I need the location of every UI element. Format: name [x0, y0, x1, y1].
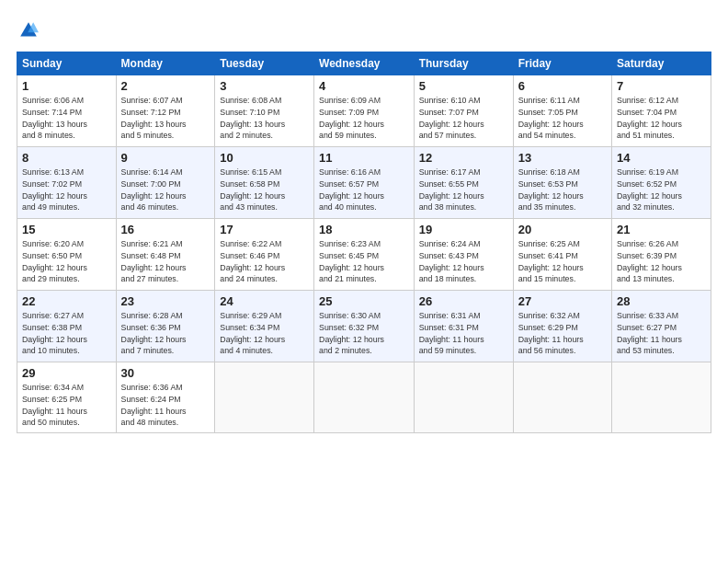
day-number: 7: [617, 79, 706, 93]
calendar-cell: [314, 362, 415, 433]
day-info: Sunrise: 6:34 AM Sunset: 6:25 PM Dayligh…: [22, 382, 111, 429]
day-number: 15: [22, 223, 111, 236]
calendar-cell: 3Sunrise: 6:08 AM Sunset: 7:10 PM Daylig…: [215, 75, 314, 147]
weekday-header-sunday: Sunday: [17, 52, 117, 75]
day-number: 13: [518, 151, 607, 165]
calendar-cell: 29Sunrise: 6:34 AM Sunset: 6:25 PM Dayli…: [17, 362, 117, 433]
calendar-cell: 14Sunrise: 6:19 AM Sunset: 6:52 PM Dayli…: [612, 147, 711, 219]
day-info: Sunrise: 6:17 AM Sunset: 6:55 PM Dayligh…: [419, 167, 508, 213]
day-info: Sunrise: 6:24 AM Sunset: 6:43 PM Dayligh…: [419, 238, 508, 285]
day-info: Sunrise: 6:23 AM Sunset: 6:45 PM Dayligh…: [319, 238, 409, 285]
calendar-cell: 30Sunrise: 6:36 AM Sunset: 6:24 PM Dayli…: [116, 362, 215, 433]
day-info: Sunrise: 6:31 AM Sunset: 6:31 PM Dayligh…: [419, 310, 508, 357]
calendar-cell: [414, 362, 513, 433]
calendar-cell: 28Sunrise: 6:33 AM Sunset: 6:27 PM Dayli…: [612, 291, 711, 362]
day-info: Sunrise: 6:20 AM Sunset: 6:50 PM Dayligh…: [22, 238, 111, 285]
calendar-cell: [612, 362, 711, 433]
calendar-cell: 15Sunrise: 6:20 AM Sunset: 6:50 PM Dayli…: [17, 219, 117, 291]
calendar-cell: 11Sunrise: 6:16 AM Sunset: 6:57 PM Dayli…: [314, 147, 415, 219]
calendar-cell: [513, 362, 611, 433]
calendar-cell: 9Sunrise: 6:14 AM Sunset: 7:00 PM Daylig…: [116, 147, 215, 219]
day-info: Sunrise: 6:26 AM Sunset: 6:39 PM Dayligh…: [617, 238, 706, 285]
day-info: Sunrise: 6:22 AM Sunset: 6:46 PM Dayligh…: [220, 238, 309, 285]
day-info: Sunrise: 6:11 AM Sunset: 7:05 PM Dayligh…: [518, 95, 607, 142]
day-number: 14: [617, 151, 706, 165]
calendar-cell: 16Sunrise: 6:21 AM Sunset: 6:48 PM Dayli…: [116, 219, 215, 291]
calendar-cell: 6Sunrise: 6:11 AM Sunset: 7:05 PM Daylig…: [513, 75, 611, 147]
day-info: Sunrise: 6:07 AM Sunset: 7:12 PM Dayligh…: [121, 95, 210, 142]
day-number: 5: [419, 79, 508, 93]
logo: [17, 20, 42, 44]
weekday-header-row: SundayMondayTuesdayWednesdayThursdayFrid…: [17, 52, 711, 75]
calendar-cell: 1Sunrise: 6:06 AM Sunset: 7:14 PM Daylig…: [17, 75, 117, 147]
calendar-cell: 12Sunrise: 6:17 AM Sunset: 6:55 PM Dayli…: [414, 147, 513, 219]
page: SundayMondayTuesdayWednesdayThursdayFrid…: [0, 0, 728, 563]
day-info: Sunrise: 6:32 AM Sunset: 6:29 PM Dayligh…: [518, 310, 607, 357]
day-number: 22: [22, 294, 111, 308]
day-info: Sunrise: 6:25 AM Sunset: 6:41 PM Dayligh…: [518, 238, 607, 285]
header: [17, 17, 711, 44]
calendar-row-3: 15Sunrise: 6:20 AM Sunset: 6:50 PM Dayli…: [17, 219, 711, 291]
calendar-row-1: 1Sunrise: 6:06 AM Sunset: 7:14 PM Daylig…: [17, 75, 711, 147]
day-info: Sunrise: 6:06 AM Sunset: 7:14 PM Dayligh…: [22, 95, 111, 142]
calendar-cell: 20Sunrise: 6:25 AM Sunset: 6:41 PM Dayli…: [513, 219, 611, 291]
weekday-header-thursday: Thursday: [414, 52, 513, 75]
day-number: 10: [220, 151, 309, 165]
day-number: 29: [22, 366, 111, 380]
day-info: Sunrise: 6:14 AM Sunset: 7:00 PM Dayligh…: [121, 167, 210, 213]
calendar-cell: 24Sunrise: 6:29 AM Sunset: 6:34 PM Dayli…: [215, 291, 314, 362]
calendar-cell: 27Sunrise: 6:32 AM Sunset: 6:29 PM Dayli…: [513, 291, 611, 362]
day-number: 4: [319, 79, 409, 93]
calendar-cell: 8Sunrise: 6:13 AM Sunset: 7:02 PM Daylig…: [17, 147, 117, 219]
logo-icon: [18, 20, 39, 40]
calendar-cell: [215, 362, 314, 433]
day-info: Sunrise: 6:10 AM Sunset: 7:07 PM Dayligh…: [419, 95, 508, 142]
weekday-header-monday: Monday: [116, 52, 215, 75]
day-info: Sunrise: 6:16 AM Sunset: 6:57 PM Dayligh…: [319, 167, 409, 213]
day-number: 18: [319, 223, 409, 236]
day-number: 26: [419, 294, 508, 308]
day-info: Sunrise: 6:21 AM Sunset: 6:48 PM Dayligh…: [121, 238, 210, 285]
calendar-cell: 5Sunrise: 6:10 AM Sunset: 7:07 PM Daylig…: [414, 75, 513, 147]
day-info: Sunrise: 6:27 AM Sunset: 6:38 PM Dayligh…: [22, 310, 111, 357]
day-info: Sunrise: 6:29 AM Sunset: 6:34 PM Dayligh…: [220, 310, 309, 357]
day-info: Sunrise: 6:36 AM Sunset: 6:24 PM Dayligh…: [121, 382, 210, 429]
day-number: 12: [419, 151, 508, 165]
day-number: 24: [220, 294, 309, 308]
day-number: 23: [121, 294, 210, 308]
calendar-cell: 10Sunrise: 6:15 AM Sunset: 6:58 PM Dayli…: [215, 147, 314, 219]
day-number: 11: [319, 151, 409, 165]
day-number: 2: [121, 79, 210, 93]
day-info: Sunrise: 6:19 AM Sunset: 6:52 PM Dayligh…: [617, 167, 706, 213]
calendar-cell: 17Sunrise: 6:22 AM Sunset: 6:46 PM Dayli…: [215, 219, 314, 291]
weekday-header-tuesday: Tuesday: [215, 52, 314, 75]
day-number: 19: [419, 223, 508, 236]
calendar-cell: 18Sunrise: 6:23 AM Sunset: 6:45 PM Dayli…: [314, 219, 415, 291]
day-info: Sunrise: 6:08 AM Sunset: 7:10 PM Dayligh…: [220, 95, 309, 142]
day-number: 8: [22, 151, 111, 165]
day-info: Sunrise: 6:18 AM Sunset: 6:53 PM Dayligh…: [518, 167, 607, 213]
day-number: 17: [220, 223, 309, 236]
day-number: 30: [121, 366, 210, 380]
day-info: Sunrise: 6:30 AM Sunset: 6:32 PM Dayligh…: [319, 310, 409, 357]
calendar-cell: 2Sunrise: 6:07 AM Sunset: 7:12 PM Daylig…: [116, 75, 215, 147]
weekday-header-friday: Friday: [513, 52, 611, 75]
day-info: Sunrise: 6:13 AM Sunset: 7:02 PM Dayligh…: [22, 167, 111, 213]
day-info: Sunrise: 6:28 AM Sunset: 6:36 PM Dayligh…: [121, 310, 210, 357]
day-number: 27: [518, 294, 607, 308]
day-number: 21: [617, 223, 706, 236]
calendar-cell: 19Sunrise: 6:24 AM Sunset: 6:43 PM Dayli…: [414, 219, 513, 291]
calendar-cell: 4Sunrise: 6:09 AM Sunset: 7:09 PM Daylig…: [314, 75, 415, 147]
weekday-header-wednesday: Wednesday: [314, 52, 415, 75]
day-number: 28: [617, 294, 706, 308]
calendar-cell: 7Sunrise: 6:12 AM Sunset: 7:04 PM Daylig…: [612, 75, 711, 147]
calendar-cell: 23Sunrise: 6:28 AM Sunset: 6:36 PM Dayli…: [116, 291, 215, 362]
day-number: 3: [220, 79, 309, 93]
calendar-cell: 21Sunrise: 6:26 AM Sunset: 6:39 PM Dayli…: [612, 219, 711, 291]
calendar-cell: 13Sunrise: 6:18 AM Sunset: 6:53 PM Dayli…: [513, 147, 611, 219]
weekday-header-saturday: Saturday: [612, 52, 711, 75]
day-number: 1: [22, 79, 111, 93]
calendar-row-2: 8Sunrise: 6:13 AM Sunset: 7:02 PM Daylig…: [17, 147, 711, 219]
day-info: Sunrise: 6:33 AM Sunset: 6:27 PM Dayligh…: [617, 310, 706, 357]
calendar-cell: 26Sunrise: 6:31 AM Sunset: 6:31 PM Dayli…: [414, 291, 513, 362]
